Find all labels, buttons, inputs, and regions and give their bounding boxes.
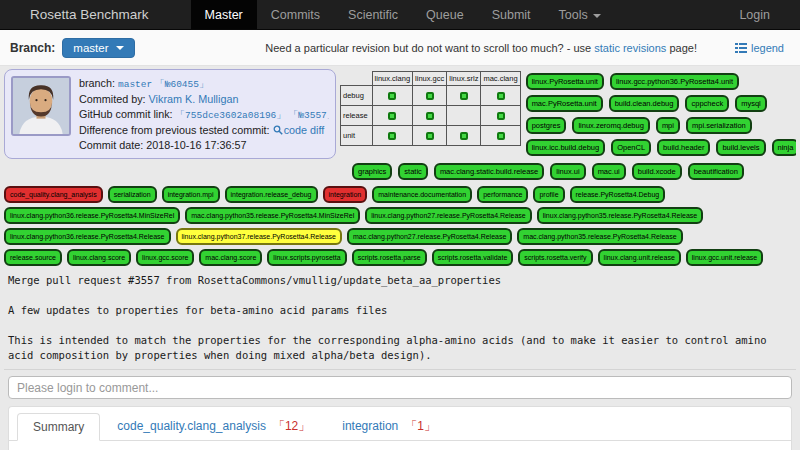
test-badge[interactable]: mpi xyxy=(656,117,680,134)
test-badge[interactable]: integration.release_debug xyxy=(225,186,318,203)
test-badge[interactable]: release.PyRosetta4.Debug xyxy=(570,186,666,203)
nav-item-master[interactable]: Master xyxy=(191,0,257,29)
pass-indicator[interactable] xyxy=(426,132,434,140)
nav-item-submit[interactable]: Submit xyxy=(478,0,545,29)
test-badge[interactable]: build.clean.debug xyxy=(609,95,680,112)
test-badge[interactable]: linux.gcc.unit.release xyxy=(686,249,763,266)
test-badge[interactable]: linux.clang.python27.release.PyRosetta4.… xyxy=(365,207,532,224)
branch-name-link[interactable]: master xyxy=(118,79,152,90)
committer-link[interactable]: Vikram K. Mulligan xyxy=(149,93,239,105)
test-badge[interactable]: cppcheck xyxy=(685,95,729,112)
test-badge[interactable]: linux.icc.build.debug xyxy=(526,139,606,156)
test-badge[interactable]: linux.clang.python37.release.PyRosetta4.… xyxy=(176,228,343,245)
test-badge[interactable]: mpi.serialization xyxy=(686,117,752,134)
badge-row: postgreslinux.zeromq.debugmpimpi.seriali… xyxy=(526,117,796,134)
test-badge[interactable]: scripts.rosetta.verify xyxy=(518,249,592,266)
pull-request-link[interactable]: 「№3557」 xyxy=(289,110,329,121)
test-badge[interactable]: linux.PyRosetta.unit xyxy=(526,73,604,90)
test-badge[interactable]: linux.scripts.pyrosetta xyxy=(267,249,346,266)
test-badge[interactable]: mac.clang.python35.release.PyRosetta4.Re… xyxy=(517,228,682,245)
pass-indicator[interactable] xyxy=(426,92,434,100)
badge-row: linux.icc.build.debugOpenCLbuild.headerb… xyxy=(526,139,796,156)
test-badge[interactable]: linux.clang.python36.release.PyRosetta4.… xyxy=(4,228,171,245)
test-badge[interactable]: integration xyxy=(323,186,368,203)
tab-integration[interactable]: integration「1」 xyxy=(327,412,451,441)
matrix-cell[interactable] xyxy=(413,126,447,146)
matrix-cell[interactable] xyxy=(481,126,520,146)
matrix-cell[interactable] xyxy=(372,106,412,126)
test-badge[interactable]: mac.clang.static.build.release xyxy=(434,163,544,180)
code-diff-link[interactable]: code diff xyxy=(273,124,325,136)
pass-indicator[interactable] xyxy=(388,112,396,120)
chevron-down-icon xyxy=(116,46,124,50)
matrix-cell[interactable] xyxy=(372,86,412,106)
matrix-cell[interactable] xyxy=(481,106,520,126)
matrix-cell[interactable] xyxy=(372,126,412,146)
nav-item-scientific[interactable]: Scientific xyxy=(334,0,412,29)
tab-summary[interactable]: Summary xyxy=(17,413,100,441)
test-badge[interactable]: mac.ui xyxy=(592,163,626,180)
test-badge[interactable]: build.xcode xyxy=(632,163,682,180)
branch-selector[interactable]: master xyxy=(62,38,134,58)
test-badge[interactable]: graphics xyxy=(352,163,392,180)
pass-indicator[interactable] xyxy=(497,92,505,100)
pass-indicator[interactable] xyxy=(460,132,468,140)
app-brand[interactable]: Rosetta Benchmark xyxy=(30,0,149,29)
tab-code-quality-clang-analysis[interactable]: code_quality.clang_analysis「12」 xyxy=(102,412,325,441)
matrix-cell[interactable] xyxy=(481,86,520,106)
test-badge[interactable]: OpenCL xyxy=(611,139,651,156)
test-badge[interactable]: mac.clang.score xyxy=(199,249,262,266)
login-link[interactable]: Login xyxy=(739,0,800,29)
nav-item-tools[interactable]: Tools xyxy=(545,0,615,29)
nav-item-commits[interactable]: Commits xyxy=(257,0,334,29)
test-badge[interactable]: linux.clang.unit.release xyxy=(598,249,681,266)
legend-link[interactable]: legend xyxy=(735,42,784,54)
pass-indicator[interactable] xyxy=(497,132,505,140)
test-badge[interactable]: scripts.rosetta.validate xyxy=(432,249,514,266)
test-badge[interactable]: linux.gcc.score xyxy=(136,249,194,266)
commit-hash-link[interactable]: 「755dce3602a08196」 xyxy=(176,110,286,121)
matrix-cell[interactable] xyxy=(447,126,481,146)
test-badge[interactable]: maintenance.documentation xyxy=(372,186,472,203)
matrix-cell[interactable] xyxy=(447,86,481,106)
matrix-corner xyxy=(341,72,373,86)
matrix-cell[interactable] xyxy=(413,106,447,126)
test-badge[interactable]: postgres xyxy=(526,117,567,134)
revision-link[interactable]: 「№60455」 xyxy=(155,79,208,90)
badge-row: code_quality.clang_analysisserialization… xyxy=(4,186,796,203)
test-badge[interactable]: linux.clang.python35.release.PyRosetta4.… xyxy=(537,207,704,224)
test-badge[interactable]: performance xyxy=(477,186,528,203)
test-badge[interactable]: ninja xyxy=(772,139,796,156)
test-badge[interactable]: code_quality.clang_analysis xyxy=(4,186,103,203)
comment-input[interactable] xyxy=(8,376,792,399)
test-badge[interactable]: beautification xyxy=(688,163,744,180)
test-badge[interactable]: profile xyxy=(533,186,564,203)
test-badge[interactable]: mac.clang.python35.release.PyRosetta4.Mi… xyxy=(185,207,360,224)
pass-indicator[interactable] xyxy=(426,112,434,120)
test-badge[interactable]: build.header xyxy=(657,139,710,156)
pass-indicator[interactable] xyxy=(497,112,505,120)
test-badge[interactable]: integration.mpi xyxy=(162,186,220,203)
test-badge[interactable]: mac.clang.python27.release.PyRosetta4.Re… xyxy=(347,228,512,245)
test-badge[interactable]: mysql xyxy=(735,95,767,112)
test-badge[interactable]: scripts.rosetta.parse xyxy=(352,249,427,266)
badge-row: linux.PyRosetta.unitlinux.gcc.python36.P… xyxy=(526,73,796,90)
pass-indicator[interactable] xyxy=(388,92,396,100)
test-badge[interactable]: static xyxy=(398,163,428,180)
test-badge[interactable]: linux.ui xyxy=(550,163,585,180)
test-badge[interactable]: linux.clang.score xyxy=(67,249,131,266)
test-badge[interactable]: linux.clang.python36.release.PyRosetta4.… xyxy=(4,207,180,224)
test-badge[interactable]: linux.gcc.python36.PyRosetta4.unit xyxy=(610,73,739,90)
badge-row: release.sourcelinux.clang.scorelinux.gcc… xyxy=(4,249,796,266)
matrix-cell[interactable] xyxy=(413,86,447,106)
test-badge[interactable]: mac.PyRosetta.unit xyxy=(526,95,603,112)
pass-indicator[interactable] xyxy=(388,132,396,140)
test-badge[interactable]: linux.zeromq.debug xyxy=(572,117,649,134)
static-revisions-link[interactable]: static revisions xyxy=(594,42,666,54)
test-badge[interactable]: build.levels xyxy=(716,139,765,156)
test-badge[interactable]: serialization xyxy=(108,186,157,203)
pass-indicator[interactable] xyxy=(460,92,468,100)
test-badge[interactable]: release.source xyxy=(4,249,62,266)
matrix-row-header: unit xyxy=(341,126,373,146)
nav-item-queue[interactable]: Queue xyxy=(412,0,478,29)
